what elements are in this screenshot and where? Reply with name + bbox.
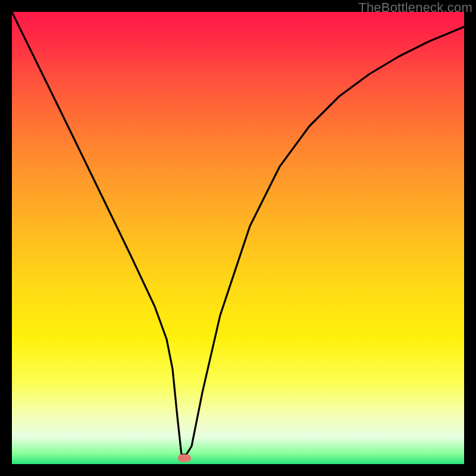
bottleneck-curve xyxy=(12,12,464,464)
curve-path xyxy=(12,12,464,455)
optimum-marker-icon xyxy=(178,455,191,462)
plot-area xyxy=(12,12,464,464)
chart-frame: TheBottleneck.com xyxy=(0,0,476,476)
